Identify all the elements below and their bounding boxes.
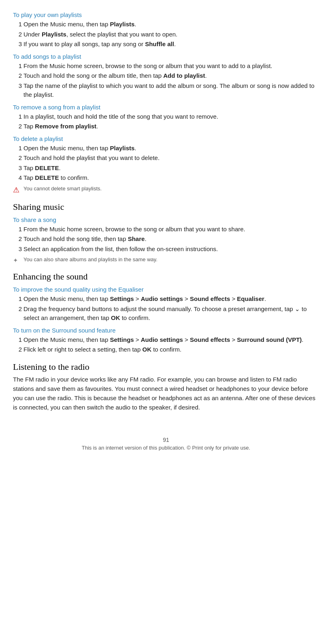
steps-surround-sound: 1 Open the Music menu, then tap Settings…	[13, 335, 319, 354]
warning-note: ⚠ You cannot delete smart playlists.	[13, 185, 319, 194]
step-text: Open the Music menu, then tap Settings >…	[23, 335, 319, 345]
warning-text: You cannot delete smart playlists.	[23, 185, 102, 192]
step-text: Flick left or right to select a setting,…	[23, 345, 319, 354]
step-item: 3 Tap DELETE.	[13, 164, 319, 173]
step-item: 2 Touch and hold the song or the album t…	[13, 71, 319, 81]
tip-icon: ✦	[13, 257, 20, 264]
subsection-title-delete-playlist: To delete a playlist	[13, 135, 319, 142]
step-item: 1 Open the Music menu, then tap Playlist…	[13, 144, 319, 153]
section-enhancing-sound: Enhancing the sound To improve the sound…	[13, 271, 319, 354]
section-sharing-music: Sharing music To share a song 1 From the…	[13, 202, 319, 264]
step-item: 1 From the Music home screen, browse to …	[13, 62, 319, 71]
step-number: 1	[13, 294, 22, 304]
step-number: 2	[13, 30, 22, 39]
step-number: 2	[13, 235, 22, 244]
steps-remove-song: 1 In a playlist, touch and hold the titl…	[13, 112, 319, 131]
step-text: Select an application from the list, the…	[23, 245, 319, 254]
steps-share-song: 1 From the Music home screen, browse to …	[13, 225, 319, 254]
steps-play-own-playlists: 1 Open the Music menu, then tap Playlist…	[13, 20, 319, 49]
step-number: 1	[13, 20, 22, 29]
step-number: 2	[13, 71, 22, 81]
step-number: 2	[13, 154, 22, 163]
step-number: 1	[13, 225, 22, 234]
step-text: From the Music home screen, browse to th…	[23, 62, 319, 71]
subsection-remove-song: To remove a song from a playlist 1 In a …	[13, 104, 319, 131]
section-radio: Listening to the radio The FM radio in y…	[13, 362, 319, 412]
section-heading-sharing-music: Sharing music	[13, 202, 319, 212]
step-text: Open the Music menu, then tap Playlists.	[23, 20, 319, 29]
step-number: 3	[13, 81, 22, 91]
subsection-add-songs: To add songs to a playlist 1 From the Mu…	[13, 53, 319, 100]
step-number: 3	[13, 40, 22, 49]
footer-note: This is an internet version of this publ…	[13, 445, 319, 451]
step-number: 1	[13, 335, 22, 345]
step-text: Tap DELETE.	[23, 164, 319, 173]
subsection-surround-sound: To turn on the Surround sound feature 1 …	[13, 327, 319, 354]
step-number: 2	[13, 305, 22, 314]
step-item: 1 From the Music home screen, browse to …	[13, 225, 319, 234]
step-item: 2 Drag the frequency band buttons to adj…	[13, 305, 319, 323]
step-item: 1 Open the Music menu, then tap Playlist…	[13, 20, 319, 29]
step-number: 2	[13, 345, 22, 354]
tip-note: ✦ You can also share albums and playlist…	[13, 256, 319, 264]
step-number: 2	[13, 122, 22, 131]
step-text: Drag the frequency band buttons to adjus…	[23, 305, 319, 323]
section-heading-enhancing-sound: Enhancing the sound	[13, 271, 319, 282]
step-text: Open the Music menu, then tap Settings >…	[23, 294, 319, 304]
subsection-title-remove-song: To remove a song from a playlist	[13, 104, 319, 111]
step-number: 1	[13, 144, 22, 153]
step-text: Touch and hold the song title, then tap …	[23, 235, 319, 244]
step-number: 3	[13, 164, 22, 173]
warning-icon: ⚠	[13, 186, 20, 194]
step-text: Tap DELETE to confirm.	[23, 173, 319, 183]
step-item: 3 If you want to play all songs, tap any…	[13, 40, 319, 49]
step-number: 1	[13, 112, 22, 122]
step-item: 1 Open the Music menu, then tap Settings…	[13, 335, 319, 345]
subsection-delete-playlist: To delete a playlist 1 Open the Music me…	[13, 135, 319, 194]
subsection-title-surround-sound: To turn on the Surround sound feature	[13, 327, 319, 334]
step-text: Open the Music menu, then tap Playlists.	[23, 144, 319, 153]
step-item: 2 Touch and hold the song title, then ta…	[13, 235, 319, 244]
subsection-title-equaliser: To improve the sound quality using the E…	[13, 286, 319, 293]
steps-equaliser: 1 Open the Music menu, then tap Settings…	[13, 294, 319, 323]
step-item: 1 Open the Music menu, then tap Settings…	[13, 294, 319, 304]
step-number: 1	[13, 62, 22, 71]
subsection-share-song: To share a song 1 From the Music home sc…	[13, 216, 319, 264]
step-text: In a playlist, touch and hold the title …	[23, 112, 319, 122]
step-item: 2 Under Playlists, select the playlist t…	[13, 30, 319, 39]
step-item: 2 Flick left or right to select a settin…	[13, 345, 319, 354]
radio-body-text: The FM radio in your device works like a…	[13, 375, 319, 412]
subsection-title-share-song: To share a song	[13, 216, 319, 223]
page-footer: 91 This is an internet version of this p…	[13, 437, 319, 451]
step-text: Under Playlists, select the playlist tha…	[23, 30, 319, 39]
step-item: 4 Tap DELETE to confirm.	[13, 173, 319, 183]
step-item: 2 Tap Remove from playlist.	[13, 122, 319, 131]
page-number: 91	[13, 437, 319, 443]
step-item: 3 Select an application from the list, t…	[13, 245, 319, 254]
tip-text: You can also share albums and playlists …	[23, 256, 157, 263]
section-heading-radio: Listening to the radio	[13, 362, 319, 372]
step-item: 2 Touch and hold the playlist that you w…	[13, 154, 319, 163]
subsection-title-add-songs: To add songs to a playlist	[13, 53, 319, 60]
step-number: 3	[13, 245, 22, 254]
steps-add-songs: 1 From the Music home screen, browse to …	[13, 62, 319, 100]
step-item: 1 In a playlist, touch and hold the titl…	[13, 112, 319, 122]
step-text: From the Music home screen, browse to th…	[23, 225, 319, 234]
step-text: Tap Remove from playlist.	[23, 122, 319, 131]
step-text: Touch and hold the song or the album tit…	[23, 71, 319, 81]
steps-delete-playlist: 1 Open the Music menu, then tap Playlist…	[13, 144, 319, 183]
subsection-play-own-playlists: To play your own playlists 1 Open the Mu…	[13, 11, 319, 49]
step-text: Touch and hold the playlist that you wan…	[23, 154, 319, 163]
subsection-title-play-own-playlists: To play your own playlists	[13, 11, 319, 18]
step-item: 3 Tap the name of the playlist to which …	[13, 81, 319, 100]
step-text: If you want to play all songs, tap any s…	[23, 40, 319, 49]
step-text: Tap the name of the playlist to which yo…	[23, 81, 319, 100]
step-number: 4	[13, 173, 22, 183]
subsection-equaliser: To improve the sound quality using the E…	[13, 286, 319, 323]
